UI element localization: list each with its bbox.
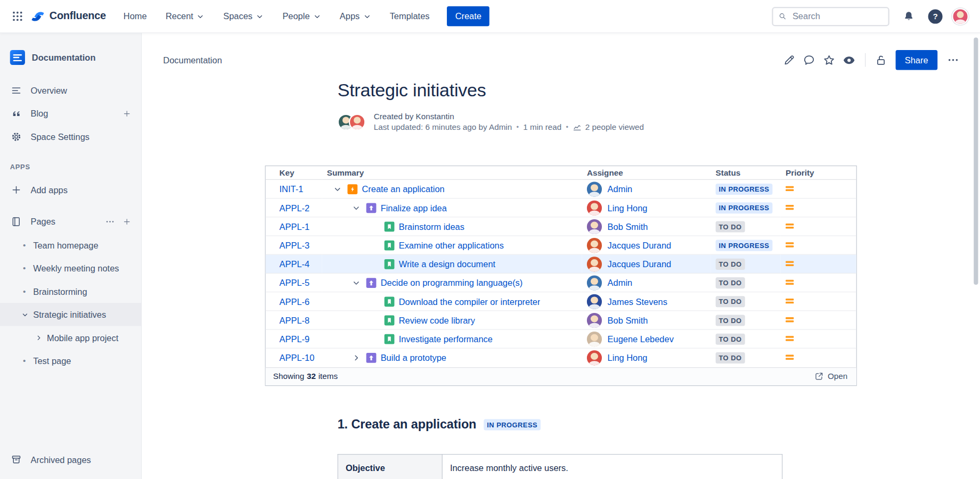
- assignee-link[interactable]: Bob Smith: [608, 315, 648, 325]
- pencil-icon: [782, 53, 796, 67]
- views-analytics[interactable]: 2 people viewed: [573, 122, 644, 133]
- issue-type-feature-icon: [366, 203, 377, 213]
- create-button[interactable]: Create: [447, 6, 489, 27]
- app-switcher-button[interactable]: [7, 6, 28, 27]
- share-button[interactable]: Share: [895, 50, 937, 70]
- details-row: Objective Increase monthly active users.: [338, 454, 782, 479]
- assignee-link[interactable]: Ling Hong: [608, 203, 648, 213]
- add-page-button[interactable]: [123, 217, 131, 226]
- comment-button[interactable]: [800, 51, 819, 69]
- assignee-link[interactable]: Jacques Durand: [608, 259, 672, 269]
- issue-summary-link[interactable]: Decide on programming language(s): [381, 278, 523, 288]
- issue-key-link[interactable]: APPL-2: [280, 203, 310, 213]
- sidebar-item-add-apps[interactable]: Add apps: [0, 178, 141, 201]
- unlock-icon: [875, 53, 888, 67]
- issue-summary-link[interactable]: Write a design document: [399, 259, 495, 269]
- issue-row[interactable]: APPL-2 Finalize app idea Ling Hong IN PR…: [266, 199, 856, 217]
- issue-row[interactable]: APPL-10 Build a prototype Ling Hong TO D…: [266, 348, 856, 367]
- pages-more-button[interactable]: [105, 217, 115, 227]
- add-blog-button[interactable]: [123, 109, 131, 118]
- issue-summary-link[interactable]: Create an application: [362, 184, 444, 194]
- chevron-right-icon[interactable]: [35, 334, 42, 341]
- expand-toggle[interactable]: [350, 352, 362, 364]
- issue-summary-link[interactable]: Review code library: [399, 315, 475, 325]
- vertical-scrollbar[interactable]: [974, 37, 978, 285]
- issue-key-link[interactable]: INIT-1: [280, 184, 304, 194]
- sidebar-page-brainstorming[interactable]: •Brainstorming: [0, 280, 141, 303]
- assignee-link[interactable]: James Stevens: [608, 296, 667, 307]
- issue-row[interactable]: APPL-6 Download the compiler or interpre…: [266, 292, 856, 311]
- nav-people[interactable]: People: [282, 11, 321, 21]
- issue-summary-link[interactable]: Finalize app idea: [381, 203, 447, 213]
- assignee-link[interactable]: Ling Hong: [608, 353, 648, 363]
- status-badge: TO DO: [716, 315, 745, 326]
- issue-summary-link[interactable]: Brainstorm ideas: [399, 221, 464, 232]
- sidebar-pages-header[interactable]: Pages: [0, 210, 141, 234]
- sidebar-page-team-homepage[interactable]: •Team homepage: [0, 234, 141, 257]
- issue-type-story-icon: [385, 334, 395, 344]
- assignee-link[interactable]: Admin: [608, 184, 633, 194]
- primary-nav: Home Recent Spaces People Apps Templates: [124, 11, 430, 21]
- nav-recent[interactable]: Recent: [166, 11, 205, 21]
- chevron-down-icon: [256, 12, 264, 20]
- issue-key-link[interactable]: APPL-8: [280, 315, 310, 325]
- nav-home[interactable]: Home: [124, 11, 147, 21]
- sidebar-item-space-settings[interactable]: Space Settings: [0, 125, 141, 148]
- priority-medium-icon: [786, 260, 794, 267]
- issue-row[interactable]: APPL-8 Review code library Bob Smith TO …: [266, 311, 856, 329]
- assignee-link[interactable]: Admin: [608, 278, 633, 288]
- issue-key-link[interactable]: APPL-3: [280, 240, 310, 250]
- sidebar-item-blog[interactable]: Blog: [0, 102, 141, 125]
- issue-row[interactable]: APPL-9 Investigate performance Eugene Le…: [266, 329, 856, 348]
- nav-spaces[interactable]: Spaces: [223, 11, 264, 21]
- user-avatar[interactable]: [952, 8, 969, 25]
- assignee-avatar: [587, 332, 602, 346]
- more-actions-button[interactable]: [944, 51, 962, 69]
- collapse-toggle[interactable]: [350, 277, 362, 288]
- sidebar-item-overview[interactable]: Overview: [0, 79, 141, 102]
- breadcrumb[interactable]: Documentation: [163, 55, 222, 65]
- sidebar-page-test-page[interactable]: •Test page: [0, 349, 141, 372]
- issue-row[interactable]: APPL-1 Brainstorm ideas Bob Smith TO DO: [266, 217, 856, 236]
- edit-button[interactable]: [780, 51, 798, 69]
- sidebar-page-weekly-meeting-notes[interactable]: •Weekly meeting notes: [0, 257, 141, 279]
- issue-summary-link[interactable]: Investigate performance: [399, 334, 493, 344]
- issue-key-link[interactable]: APPL-10: [280, 353, 315, 363]
- issue-row-highlighted[interactable]: APPL-4 Write a design document Jacques D…: [266, 254, 856, 273]
- issue-row[interactable]: APPL-5 Decide on programming language(s)…: [266, 273, 856, 292]
- open-in-jira-link[interactable]: Open: [814, 371, 847, 381]
- eye-icon: [843, 53, 856, 67]
- favorite-button[interactable]: [820, 51, 838, 69]
- assignee-link[interactable]: Eugene Lebedev: [608, 334, 674, 344]
- sidebar-archived-pages[interactable]: Archived pages: [0, 448, 141, 472]
- issue-key-link[interactable]: APPL-6: [280, 296, 310, 307]
- issue-row[interactable]: INIT-1 Create an application Admin IN PR…: [266, 179, 856, 198]
- space-header[interactable]: Documentation: [0, 32, 141, 79]
- assignee-link[interactable]: Jacques Durand: [608, 240, 672, 250]
- issue-key-link[interactable]: APPL-5: [280, 278, 310, 288]
- collapse-toggle[interactable]: [332, 183, 343, 194]
- sidebar-page-mobile-app-project[interactable]: Mobile app project: [0, 326, 141, 349]
- notifications-button[interactable]: [899, 6, 919, 27]
- help-button[interactable]: ?: [928, 9, 943, 23]
- watch-button[interactable]: [840, 51, 859, 69]
- external-link-icon: [814, 371, 824, 381]
- assignee-link[interactable]: Bob Smith: [608, 221, 648, 232]
- issue-key-link[interactable]: APPL-9: [280, 334, 310, 344]
- search-box[interactable]: [772, 6, 889, 26]
- issue-key-link[interactable]: APPL-1: [280, 221, 310, 232]
- issue-summary-link[interactable]: Download the compiler or interpreter: [399, 296, 541, 307]
- nav-templates[interactable]: Templates: [390, 11, 430, 21]
- search-input[interactable]: [791, 11, 884, 22]
- chevron-down-icon[interactable]: [21, 311, 28, 318]
- contributor-avatar[interactable]: [349, 113, 366, 130]
- issue-summary-link[interactable]: Build a prototype: [381, 353, 446, 363]
- collapse-toggle[interactable]: [350, 202, 362, 213]
- sidebar-page-strategic-initiatives[interactable]: Strategic initiatives: [0, 303, 141, 326]
- issue-key-link[interactable]: APPL-4: [280, 259, 310, 269]
- confluence-logo[interactable]: Confluence: [30, 9, 106, 24]
- nav-apps[interactable]: Apps: [340, 11, 371, 21]
- restrictions-button[interactable]: [872, 51, 891, 69]
- issue-row[interactable]: APPL-3 Examine other applications Jacque…: [266, 236, 856, 254]
- issue-summary-link[interactable]: Examine other applications: [399, 240, 504, 250]
